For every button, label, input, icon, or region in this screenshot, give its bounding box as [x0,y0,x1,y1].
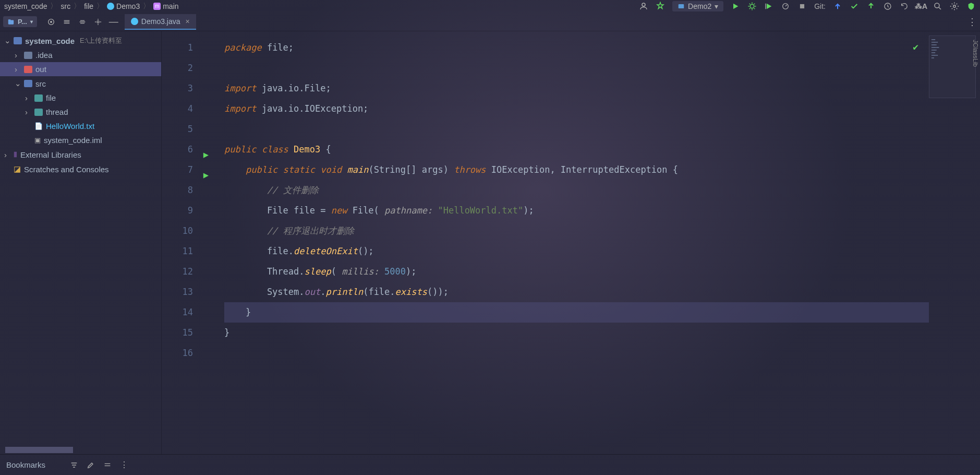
chevron-right-icon: 〉 [74,2,81,11]
git-history-icon[interactable] [883,2,892,11]
crumb-file[interactable]: file [84,2,93,10]
line-number[interactable]: 2 [162,58,193,78]
crumb-project[interactable]: system_code [4,2,47,10]
profile-button[interactable] [781,2,790,11]
hide-tool-icon[interactable]: — [109,17,118,27]
bottom-toolbar: Bookmarks ⋮ [0,454,980,475]
svg-point-13 [97,21,99,23]
debug-button[interactable] [747,2,757,11]
line-number[interactable]: 9 [162,200,193,221]
line-number[interactable]: 10 [162,221,193,241]
line-number[interactable]: 6▶ [162,139,193,160]
tree-idea[interactable]: › .idea [0,48,161,62]
expand-all-icon[interactable] [62,17,71,27]
git-pull-icon[interactable] [833,2,842,11]
line-number[interactable]: 8 [162,180,193,200]
svg-point-8 [953,5,956,8]
line-number[interactable]: 7▶ [162,160,193,180]
editor-more-icon[interactable]: ⋮ [967,16,977,28]
line-number[interactable]: 1 [162,38,193,58]
line-number[interactable]: 16 [162,343,193,363]
folder-icon [24,80,32,87]
git-rollback-icon[interactable] [900,2,909,11]
svg-point-7 [935,3,939,8]
tree-root[interactable]: ⌄ system_code E:\上传资料至 [0,33,161,48]
crumb-class[interactable]: Demo3 [107,2,140,10]
chevron-right-icon: 〉 [50,2,57,11]
build-icon[interactable] [656,2,665,11]
code-editor[interactable]: 1 2 3 4 5 6▶ 7▶ 8 9 10 11 12 13 14 15 16… [162,31,980,454]
tree-out[interactable]: › out [0,62,161,76]
inspection-ok-icon[interactable]: ✔ [913,37,918,57]
tool-settings-icon[interactable] [93,17,103,27]
project-tree: ⌄ system_code E:\上传资料至 › .idea › out ⌄ s… [0,31,162,454]
tab-label: Demo3.java [141,17,180,26]
crumb-method[interactable]: mmain [153,2,178,10]
tree-item-label: system_code.iml [44,136,102,145]
shield-icon[interactable] [966,2,976,11]
project-view-label: P... [18,18,27,26]
chevron-down-icon: ⌄ [15,79,21,88]
text-file-icon: 📄 [34,122,43,130]
line-number[interactable]: 12 [162,262,193,282]
bookmarks-tool-button[interactable]: Bookmarks [6,460,45,469]
git-commit-icon[interactable] [850,2,859,11]
svg-rect-1 [679,4,684,8]
tree-root-path: E:\上传资料至 [80,36,122,45]
line-number[interactable]: 15 [162,323,193,343]
line-number[interactable]: 3 [162,78,193,99]
tree-scratches[interactable]: ◪ Scratches and Consoles [0,162,161,176]
breadcrumb[interactable]: system_code 〉 src 〉 file 〉 Demo3 〉 mmain [4,2,179,11]
run-config-selector[interactable]: Demo2 ▾ [672,1,723,11]
bookmarks-expand-icon[interactable] [103,460,112,470]
bookmarks-filter-icon[interactable] [69,460,79,470]
tree-iml[interactable]: ▣ system_code.iml [0,133,161,147]
tree-ext-libs[interactable]: › ⫴ External Libraries [0,147,161,162]
svg-rect-5 [800,4,804,8]
run-coverage-button[interactable] [764,2,773,11]
chevron-right-icon: 〉 [143,2,150,11]
tree-thread-pkg[interactable]: › thread [0,105,161,119]
user-icon[interactable] [639,2,648,11]
tree-file-pkg[interactable]: › file [0,91,161,105]
project-view-button[interactable]: P... ▾ [3,16,37,27]
run-button[interactable] [731,2,740,11]
select-opened-file-icon[interactable] [46,17,56,27]
bookmarks-more-icon[interactable]: ⋮ [119,460,129,470]
crumb-src[interactable]: src [61,2,70,10]
bookmarks-edit-icon[interactable] [86,460,95,470]
code-area[interactable]: ✔ package file; import java.io.File; imp… [198,31,929,454]
editor-tab-demo3[interactable]: Demo3.java × [125,14,196,30]
chevron-right-icon: › [4,150,10,159]
minimap[interactable]: ▬▬▬▬▬▬▬▬▬▬▬▬▬▬▬▬▬▬▬▬▬▬▬▬▬▬▬▬▬▬▬▬ [929,35,976,98]
search-icon[interactable] [933,2,942,11]
tree-hello-txt[interactable]: 📄 HelloWorld.txt [0,119,161,133]
git-push-icon[interactable] [866,2,876,11]
stop-button[interactable] [797,2,807,11]
folder-icon [24,66,32,73]
chevron-down-icon: ▾ [715,2,718,10]
tree-src[interactable]: ⌄ src [0,76,161,91]
chevron-right-icon: › [15,65,21,74]
line-number[interactable]: 14 [162,302,193,323]
collapse-all-icon[interactable] [78,17,87,27]
navigation-bar: system_code 〉 src 〉 file 〉 Demo3 〉 mmain… [0,0,980,13]
line-number[interactable]: 11 [162,241,193,262]
tree-item-label: Scratches and Consoles [24,165,109,174]
line-number[interactable]: 13 [162,282,193,302]
line-number[interactable]: 4 [162,99,193,119]
chevron-down-icon: ⌄ [4,36,10,45]
chevron-down-icon: ▾ [30,19,33,25]
jclasslib-tool-tab[interactable]: JClassLib [971,37,980,70]
close-tab-icon[interactable]: × [186,17,190,26]
folder-icon [14,37,22,44]
tree-item-label: HelloWorld.txt [46,122,94,130]
horizontal-scrollbar[interactable] [5,447,73,453]
settings-icon[interactable] [950,2,959,11]
crumb-method-label: main [163,2,178,10]
scratch-icon: ◪ [14,164,21,174]
line-number[interactable]: 5 [162,119,193,139]
iml-file-icon: ▣ [34,136,41,144]
svg-point-12 [51,21,52,22]
translate-icon[interactable]: ⁂A [916,2,926,11]
